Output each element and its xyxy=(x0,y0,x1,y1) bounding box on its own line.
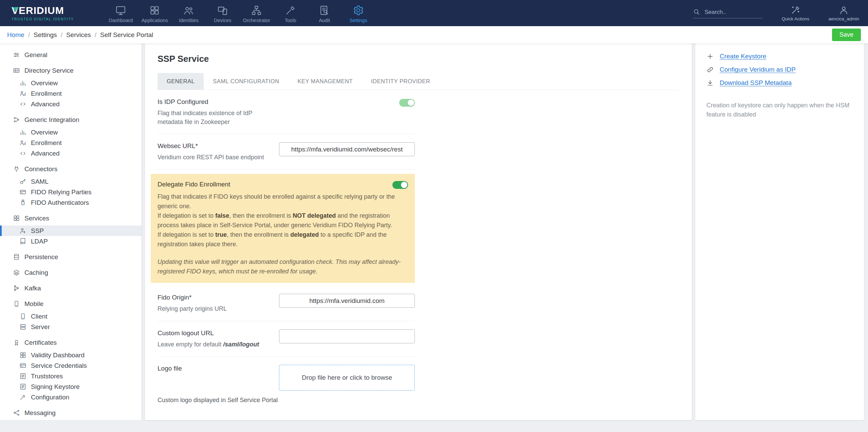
delegate-fido-toggle[interactable] xyxy=(392,181,408,189)
breadcrumb-separator: / xyxy=(28,31,30,39)
sidebar-item-truststores[interactable]: Truststores xyxy=(0,371,142,381)
nav-item-applications[interactable]: Applications xyxy=(138,3,172,23)
settings-gear-icon xyxy=(353,5,364,16)
keystore-note: Creation of keystore can only happen whe… xyxy=(706,101,852,119)
custom-logout-label: Custom logout URL xyxy=(158,329,271,337)
sidebar-item-persistence[interactable]: Persistence xyxy=(0,252,142,262)
save-button[interactable]: Save xyxy=(832,29,861,41)
sidebar-item-advanced[interactable]: Advanced xyxy=(0,148,142,159)
logo-file-dropzone[interactable]: Drop file here or click to browse xyxy=(279,365,415,391)
field-labels: Logo file xyxy=(158,365,279,372)
websec-url-label: Websec URL* xyxy=(158,142,271,150)
delegate-fido-warning: Updating this value will trigger an auto… xyxy=(158,257,408,276)
sidebar-item-ssp[interactable]: SSP xyxy=(0,226,142,236)
sidebar-item-label: Overview xyxy=(31,129,58,136)
audit-icon xyxy=(319,5,330,16)
tab-saml-configuration[interactable]: SAML CONFIGURATION xyxy=(204,73,288,90)
sidebar-item-label: Directory Service xyxy=(24,67,74,74)
breadcrumb-item-home[interactable]: Home xyxy=(7,31,24,39)
user-menu[interactable]: aencica_admin xyxy=(828,5,859,21)
fido-origin-desc: Relying party origins URL xyxy=(158,304,271,313)
nav-item-tools[interactable]: Tools xyxy=(274,3,308,23)
dashboard-icon xyxy=(115,5,126,16)
is-idp-desc: Flag that indicates existence of IdP met… xyxy=(158,109,271,126)
delegate-p3: If delegation is set to true, then the e… xyxy=(158,231,387,248)
sidebar-item-advanced[interactable]: Advanced xyxy=(0,99,142,109)
identities-icon xyxy=(183,5,194,16)
dropzone-label: Drop file here or click to browse xyxy=(302,374,392,381)
action-configure-veridium-as-idp[interactable]: Configure Veridium as IDP xyxy=(706,66,853,73)
nav-item-label: Orchestrator xyxy=(243,18,270,23)
sidebar-item-label: Advanced xyxy=(31,150,60,157)
tab-key-management[interactable]: KEY MANAGEMENT xyxy=(288,73,362,90)
top-navbar: VERIDIUM TRUSTED DIGITAL IDENTITY Dashbo… xyxy=(0,0,868,26)
breadcrumb-bar: Home/Settings/Services/Self Service Port… xyxy=(0,26,868,43)
field-labels: Custom logout URL Leave empty for defaul… xyxy=(158,329,279,349)
sidebar-item-configuration[interactable]: Configuration xyxy=(0,392,142,402)
sidebar-item-enrollment[interactable]: Enrollment xyxy=(0,88,142,99)
fido-origin-input[interactable] xyxy=(279,294,415,308)
action-download-ssp-metadata[interactable]: Download SSP Metadata xyxy=(706,79,853,87)
nav-item-dashboard[interactable]: Dashboard xyxy=(104,3,138,23)
veridium-logo[interactable]: VERIDIUM TRUSTED DIGITAL IDENTITY xyxy=(12,5,74,21)
sidebar-item-label: Certificates xyxy=(24,339,57,346)
nav-item-devices[interactable]: Devices xyxy=(206,3,240,23)
action-create-keystore[interactable]: Create Keystore xyxy=(706,53,853,60)
tab-general[interactable]: GENERAL xyxy=(158,73,204,90)
field-row-is-idp-configured: Is IDP Configured Flag that indicates ex… xyxy=(158,90,415,134)
is-idp-toggle[interactable] xyxy=(399,99,415,107)
action-label: Configure Veridium as IDP xyxy=(720,66,796,73)
sidebar-item-caching[interactable]: Caching xyxy=(0,267,142,278)
sidebar-item-fido-relying-parties[interactable]: FIDO Relying Parties xyxy=(0,187,142,197)
nav-item-label: Identities xyxy=(179,18,199,23)
server-icon xyxy=(19,323,26,330)
sidebar-item-certificates[interactable]: Certificates xyxy=(0,337,142,348)
search-icon xyxy=(693,8,700,16)
sidebar-item-connectors[interactable]: Connectors xyxy=(0,164,142,174)
nav-item-audit[interactable]: Audit xyxy=(308,3,341,23)
delegate-fido-section: Delegate Fido Enrollment Flag that indic… xyxy=(151,174,415,283)
tab-identity-provider[interactable]: IDENTITY PROVIDER xyxy=(362,73,439,90)
sidebar-item-kafka[interactable]: Kafka xyxy=(0,283,142,293)
field-row-websec-url: Websec URL* Veridium core REST API base … xyxy=(158,134,415,169)
sidebar-item-general[interactable]: General xyxy=(0,50,142,60)
sidebar-item-label: SSP xyxy=(31,227,44,235)
toggle-knob xyxy=(401,182,407,188)
user-icon xyxy=(839,5,849,15)
sidebar-item-directory-service[interactable]: Directory Service xyxy=(0,65,142,76)
quick-actions[interactable]: Quick Actions xyxy=(781,5,809,21)
search-box[interactable] xyxy=(693,8,762,18)
sidebar-item-saml[interactable]: SAML xyxy=(0,176,142,187)
sidebar-item-messaging[interactable]: Messaging xyxy=(0,408,142,418)
sidebar-item-label: Mobile xyxy=(24,300,43,308)
sidebar-item-overview[interactable]: Overview xyxy=(0,78,142,88)
nav-item-identities[interactable]: Identities xyxy=(172,3,206,23)
sidebar-item-generic-integration[interactable]: Generic Integration xyxy=(0,114,142,125)
sidebar-item-service-credentials[interactable]: Service Credentials xyxy=(0,360,142,371)
sidebar-item-label: Truststores xyxy=(31,373,63,380)
sidebar-item-label: FIDO Relying Parties xyxy=(31,188,91,196)
sidebar-item-overview[interactable]: Overview xyxy=(0,127,142,138)
person-chart-icon xyxy=(19,90,26,97)
sidebar-item-label: Validity Dashboard xyxy=(31,352,85,359)
wrench-icon xyxy=(19,394,26,401)
sidebar-item-client[interactable]: Client xyxy=(0,311,142,322)
sidebar-item-validity-dashboard[interactable]: Validity Dashboard xyxy=(0,350,142,360)
fido-origin-label: Fido Origin* xyxy=(158,294,271,301)
sidebar-item-ldap[interactable]: LDAP xyxy=(0,236,142,247)
sidebar-item-label: Client xyxy=(31,313,48,320)
custom-logout-input[interactable] xyxy=(279,329,415,343)
search-input[interactable] xyxy=(704,9,757,16)
field-control xyxy=(279,98,415,107)
sidebar-item-server[interactable]: Server xyxy=(0,322,142,332)
nav-item-settings[interactable]: Settings xyxy=(341,3,375,23)
websec-url-input[interactable] xyxy=(279,142,415,156)
nav-item-orchestrator[interactable]: Orchestrator xyxy=(240,3,274,23)
sidebar-item-mobile[interactable]: Mobile xyxy=(0,299,142,309)
sidebar-item-fido-authenticators[interactable]: FIDO Authenticators xyxy=(0,197,142,208)
sidebar-item-signing-keystore[interactable]: Signing Keystore xyxy=(0,381,142,392)
sidebar-item-services[interactable]: Services xyxy=(0,213,142,223)
sidebar-item-enrollment[interactable]: Enrollment xyxy=(0,138,142,148)
chart-icon xyxy=(19,129,26,136)
list-icon xyxy=(19,373,26,380)
